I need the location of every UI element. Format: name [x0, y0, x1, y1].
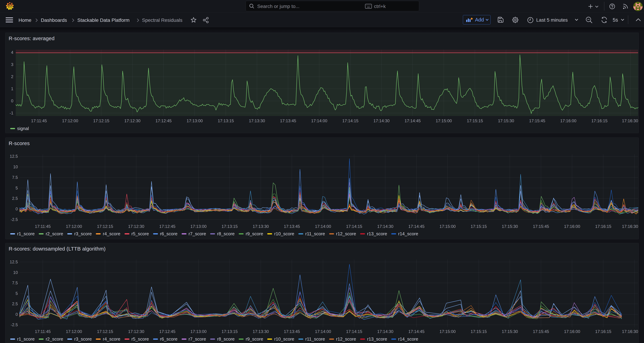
- svg-text:-2.5: -2.5: [11, 217, 18, 222]
- svg-text:17:16:30: 17:16:30: [622, 118, 638, 123]
- svg-text:17:12:15: 17:12:15: [97, 224, 113, 229]
- svg-text:17:15:15: 17:15:15: [467, 118, 483, 123]
- svg-text:17:15:00: 17:15:00: [440, 329, 456, 334]
- svg-text:17:15:30: 17:15:30: [502, 224, 518, 229]
- svg-text:17:12:00: 17:12:00: [66, 224, 82, 229]
- svg-text:0: 0: [11, 99, 13, 103]
- svg-text:17:13:45: 17:13:45: [280, 118, 296, 123]
- svg-text:17:15:30: 17:15:30: [498, 118, 514, 123]
- svg-text:17:16:15: 17:16:15: [595, 224, 611, 229]
- svg-text:7.5: 7.5: [12, 280, 18, 285]
- svg-text:17:13:15: 17:13:15: [222, 329, 238, 334]
- svg-text:17:11:45: 17:11:45: [31, 118, 47, 123]
- svg-text:17:16:00: 17:16:00: [564, 329, 580, 334]
- svg-text:10: 10: [13, 164, 18, 169]
- svg-text:2.5: 2.5: [12, 301, 18, 306]
- svg-text:17:15:45: 17:15:45: [533, 224, 549, 229]
- svg-text:1: 1: [11, 86, 13, 91]
- svg-text:17:13:15: 17:13:15: [222, 224, 238, 229]
- svg-text:12.5: 12.5: [10, 154, 18, 159]
- svg-text:17:14:00: 17:14:00: [311, 118, 327, 123]
- svg-text:17:16:15: 17:16:15: [592, 118, 608, 123]
- svg-text:10: 10: [13, 270, 18, 275]
- svg-text:17:16:30: 17:16:30: [622, 329, 638, 334]
- svg-text:17:13:30: 17:13:30: [253, 224, 269, 229]
- svg-text:17:15:15: 17:15:15: [471, 224, 487, 229]
- svg-text:17:12:15: 17:12:15: [97, 329, 113, 334]
- svg-text:0: 0: [16, 207, 18, 211]
- svg-text:12.5: 12.5: [10, 259, 18, 264]
- svg-text:17:11:45: 17:11:45: [35, 224, 51, 229]
- svg-text:17:14:45: 17:14:45: [408, 329, 424, 334]
- svg-text:17:12:45: 17:12:45: [159, 224, 176, 229]
- svg-text:-1: -1: [10, 111, 13, 115]
- svg-text:17:15:00: 17:15:00: [440, 224, 456, 229]
- svg-text:17:12:00: 17:12:00: [62, 118, 78, 123]
- svg-text:17:13:30: 17:13:30: [249, 118, 265, 123]
- svg-text:17:12:30: 17:12:30: [128, 224, 144, 229]
- svg-text:17:15:45: 17:15:45: [529, 118, 545, 123]
- svg-text:4: 4: [11, 50, 13, 55]
- svg-text:17:12:30: 17:12:30: [128, 329, 144, 334]
- svg-text:17:15:30: 17:15:30: [502, 329, 518, 334]
- svg-text:7.5: 7.5: [12, 175, 18, 180]
- svg-text:17:15:15: 17:15:15: [471, 329, 487, 334]
- svg-text:0: 0: [16, 312, 18, 317]
- svg-text:17:14:30: 17:14:30: [377, 224, 393, 229]
- svg-text:17:14:00: 17:14:00: [315, 329, 331, 334]
- svg-text:17:13:15: 17:13:15: [218, 118, 234, 123]
- svg-text:17:14:45: 17:14:45: [408, 224, 424, 229]
- svg-text:17:13:45: 17:13:45: [284, 329, 300, 334]
- svg-text:5: 5: [16, 291, 18, 296]
- svg-text:17:13:45: 17:13:45: [284, 224, 300, 229]
- svg-text:2.5: 2.5: [12, 196, 18, 201]
- svg-text:17:12:15: 17:12:15: [93, 118, 109, 123]
- svg-text:17:15:45: 17:15:45: [533, 329, 549, 334]
- svg-text:3: 3: [11, 62, 13, 67]
- svg-text:17:13:00: 17:13:00: [190, 329, 206, 334]
- svg-text:2: 2: [11, 74, 13, 79]
- svg-text:17:15:00: 17:15:00: [436, 118, 452, 123]
- svg-text:17:14:15: 17:14:15: [342, 118, 358, 123]
- svg-text:17:13:00: 17:13:00: [187, 118, 203, 123]
- svg-text:-2.5: -2.5: [11, 322, 18, 327]
- svg-text:17:12:45: 17:12:45: [159, 329, 176, 334]
- svg-text:5: 5: [16, 186, 18, 190]
- svg-text:17:12:30: 17:12:30: [124, 118, 140, 123]
- svg-text:17:12:00: 17:12:00: [66, 329, 82, 334]
- svg-text:17:14:15: 17:14:15: [346, 329, 362, 334]
- svg-text:17:16:00: 17:16:00: [564, 224, 580, 229]
- svg-text:17:14:00: 17:14:00: [315, 224, 331, 229]
- svg-text:17:12:45: 17:12:45: [156, 118, 172, 123]
- svg-text:17:14:45: 17:14:45: [404, 118, 421, 123]
- svg-text:17:13:00: 17:13:00: [190, 224, 206, 229]
- svg-text:17:16:00: 17:16:00: [560, 118, 576, 123]
- svg-text:17:16:15: 17:16:15: [595, 329, 611, 334]
- svg-text:17:14:30: 17:14:30: [374, 118, 390, 123]
- svg-text:17:13:30: 17:13:30: [253, 329, 269, 334]
- svg-text:17:14:15: 17:14:15: [346, 224, 362, 229]
- svg-text:17:14:30: 17:14:30: [377, 329, 393, 334]
- svg-text:17:11:45: 17:11:45: [35, 329, 51, 334]
- svg-text:17:16:30: 17:16:30: [622, 224, 638, 229]
